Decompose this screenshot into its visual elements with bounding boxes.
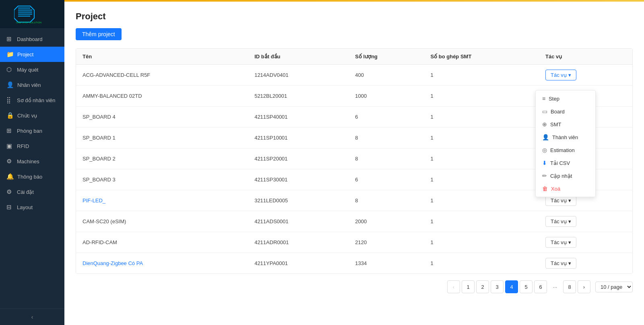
page-dots: ··· (549, 280, 561, 293)
cell-so-bo-ghep: 1 (424, 169, 539, 190)
chevron-down-icon: ▾ (568, 72, 571, 78)
table-row: DienQuang-Zigbee Có PA 4211YPA0001 1334 … (76, 253, 632, 274)
page-button-2[interactable]: 2 (476, 280, 489, 293)
thanh-vien-icon: 👤 (542, 134, 549, 140)
page-button-4[interactable]: 4 (505, 280, 518, 293)
cai-dat-icon: ⚙ (6, 188, 14, 195)
sidebar: ONE STOP SOLUTION ⊞ Dashboard 📁 Project … (0, 0, 64, 325)
sidebar-item-rfid[interactable]: ▣ RFID (0, 138, 64, 154)
page-button-8[interactable]: 8 (563, 280, 576, 293)
cell-name: ACG-ADVANCED-CELL R5F (76, 65, 248, 86)
dropdown-item-step[interactable]: ≡ Step (536, 92, 595, 105)
action-button-7[interactable]: Tác vụ ▾ (545, 216, 576, 227)
sidebar-item-label: Layout (17, 204, 33, 210)
layout-icon: ⊟ (6, 204, 14, 211)
cell-tac-vu: Tác vụ ▾ (539, 65, 632, 86)
dropdown-item-cap-nhat[interactable]: ✏ Cập nhật (536, 169, 595, 182)
page-title: Project (76, 11, 633, 22)
dropdown-item-smt[interactable]: ⊕ SMT (536, 118, 595, 131)
sidebar-item-label: Chức vụ (17, 113, 37, 119)
sidebar-item-nhan-vien[interactable]: 👤 Nhân viên (0, 77, 64, 93)
table-row: AD-RFID-CAM 4211ADR0001 2120 1 Tác vụ ▾ (76, 232, 632, 253)
cell-id: 4211SP30001 (248, 169, 349, 190)
sidebar-item-layout[interactable]: ⊟ Layout (0, 200, 64, 215)
sidebar-item-label: Cài đặt (17, 189, 34, 195)
sidebar-item-so-do-nhan-vien[interactable]: ⣿ Sơ đồ nhân viên (0, 93, 64, 108)
cell-so-bo-ghep: 1 (424, 253, 539, 274)
cell-tac-vu: Tác vụ ▾ (539, 253, 632, 274)
cell-so-bo-ghep: 1 (424, 107, 539, 128)
may-quet-icon: ⬡ (6, 66, 14, 73)
cap-nhat-icon: ✏ (542, 173, 547, 179)
col-so-luong: Số lượng (349, 49, 424, 65)
xoa-icon: 🗑 (542, 185, 548, 192)
sidebar-item-machines[interactable]: ⚙ Machines (0, 154, 64, 169)
page-button-1[interactable]: 1 (462, 280, 475, 293)
cell-id: 4211SP40001 (248, 107, 349, 128)
table-row: CAM-SC20 (eSIM) 4211ADS0001 2000 1 Tác v… (76, 211, 632, 232)
sidebar-item-label: Dashboard (17, 36, 43, 42)
dropdown-item-xoa[interactable]: 🗑 Xoá (536, 182, 595, 195)
page-button-6[interactable]: 6 (534, 280, 547, 293)
rfid-icon: ▣ (6, 142, 14, 150)
cell-id: 4211ADS0001 (248, 211, 349, 232)
cell-name[interactable]: PIF-LED_ (76, 190, 248, 211)
cell-so-bo-ghep: 1 (424, 128, 539, 148)
chevron-down-icon: ▾ (568, 218, 571, 224)
estimation-icon: ◎ (542, 147, 547, 153)
nhan-vien-icon: 👤 (6, 81, 14, 88)
sidebar-item-label: Project (17, 51, 33, 58)
cell-so-luong: 8 (349, 148, 424, 169)
sidebar-item-cai-dat[interactable]: ⚙ Cài đặt (0, 184, 64, 200)
sidebar-item-label: RFID (17, 143, 29, 149)
prev-page-button[interactable]: ‹ (447, 280, 460, 293)
sidebar-item-phong-ban[interactable]: ⊞ Phòng ban (0, 123, 64, 138)
sidebar-item-may-quet[interactable]: ⬡ Máy quét (0, 62, 64, 77)
col-so-bo-ghep: Số bo ghép SMT (424, 49, 539, 65)
sidebar-item-project[interactable]: 📁 Project (0, 47, 64, 62)
table-row: ACG-ADVANCED-CELL R5F 1214ADV0401 400 1 … (76, 65, 632, 86)
sidebar-item-chuc-vu[interactable]: 🔒 Chức vụ (0, 108, 64, 123)
action-button-0[interactable]: Tác vụ ▾ (545, 70, 576, 80)
dropdown-item-tai-csv[interactable]: ⬇ Tải CSV (536, 156, 595, 169)
next-page-button[interactable]: › (578, 280, 590, 293)
content-area: Project Thêm project Tên ID bắt đầu Số l… (64, 2, 644, 325)
sidebar-item-label: Máy quét (17, 67, 38, 73)
cell-name: AMMY-BALANCED 02TD (76, 86, 248, 107)
cell-so-bo-ghep: 1 (424, 232, 539, 253)
cell-name[interactable]: DienQuang-Zigbee Có PA (76, 253, 248, 274)
cell-so-luong: 2120 (349, 232, 424, 253)
sidebar-item-label: Machines (17, 158, 39, 165)
dashboard-icon: ⊞ (6, 35, 14, 43)
cell-tac-vu: Tác vụ ▾ (539, 232, 632, 253)
cell-id: 5212BL20001 (248, 86, 349, 107)
sidebar-item-label: Thông báo (17, 174, 42, 180)
chevron-down-icon: ▾ (568, 260, 571, 266)
action-button-9[interactable]: Tác vụ ▾ (545, 258, 576, 269)
sidebar-item-label: Nhân viên (17, 82, 41, 88)
sidebar-nav: ⊞ Dashboard 📁 Project ⬡ Máy quét 👤 Nhân … (0, 28, 64, 309)
sidebar-item-label: Sơ đồ nhân viên (17, 97, 56, 103)
col-tac-vu: Tác vụ (539, 49, 632, 65)
pagination: ‹ 1 2 3 4 5 6 ··· 8 › 10 / page 20 / pag… (76, 274, 633, 295)
smt-icon: ⊕ (542, 121, 547, 128)
dropdown-item-thanh-vien[interactable]: 👤 Thành viên (536, 131, 595, 144)
sidebar-collapse-button[interactable]: ‹ (0, 309, 64, 325)
dropdown-item-board[interactable]: ▭ Board (536, 105, 595, 118)
cell-so-luong: 8 (349, 190, 424, 211)
dropdown-item-estimation[interactable]: ◎ Estimation (536, 144, 595, 156)
cell-id: 4211ADR0001 (248, 232, 349, 253)
cell-name: SP_BOARD 2 (76, 148, 248, 169)
cell-name: CAM-SC20 (eSIM) (76, 211, 248, 232)
cell-name: AD-RFID-CAM (76, 232, 248, 253)
page-button-3[interactable]: 3 (491, 280, 504, 293)
action-button-8[interactable]: Tác vụ ▾ (545, 237, 576, 248)
cell-name: SP_BOARD 1 (76, 128, 248, 148)
cell-id: 4211SP20001 (248, 148, 349, 169)
add-project-button[interactable]: Thêm project (76, 28, 122, 40)
chuc-vu-icon: 🔒 (6, 112, 14, 119)
page-size-select[interactable]: 10 / page 20 / page 50 / page (595, 282, 633, 292)
page-button-5[interactable]: 5 (520, 280, 533, 293)
sidebar-item-thong-bao[interactable]: 🔔 Thông báo (0, 169, 64, 184)
sidebar-item-dashboard[interactable]: ⊞ Dashboard (0, 31, 64, 47)
